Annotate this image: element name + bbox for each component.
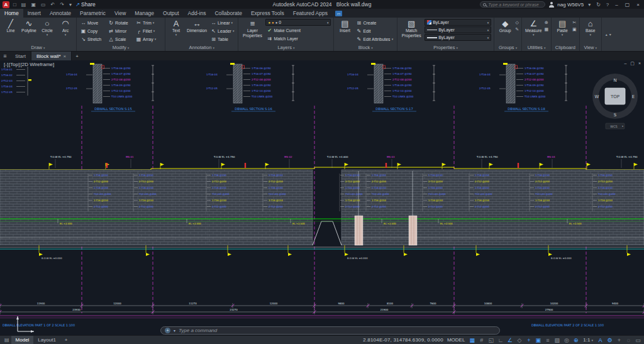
arc-button[interactable]: ◠ Arc ▾ bbox=[57, 19, 74, 44]
clean-screen-icon[interactable]: ▭ bbox=[635, 337, 641, 343]
text-button[interactable]: A Text ▾ bbox=[168, 19, 184, 44]
mirror-button[interactable]: ⇄Mirror bbox=[107, 27, 135, 35]
new-layout-button[interactable]: + bbox=[60, 336, 72, 344]
share-button[interactable]: ↗ Share bbox=[75, 1, 96, 8]
open-icon[interactable]: ▤ bbox=[20, 2, 28, 8]
tab-addins[interactable]: Add-ins bbox=[184, 9, 211, 18]
viewport-menu-control[interactable]: [-] bbox=[4, 62, 8, 67]
object-snap-tracking-icon[interactable]: + bbox=[525, 337, 532, 343]
table-button[interactable]: ⊞Table bbox=[209, 35, 235, 43]
ortho-mode-icon[interactable]: ∟ bbox=[497, 337, 504, 343]
lineweight-display-icon[interactable]: ≡ bbox=[544, 337, 551, 343]
object-color-select[interactable]: ByLayer ▾ bbox=[425, 19, 491, 26]
group-edit-icon[interactable]: ✎ bbox=[515, 27, 519, 32]
ungroup-icon[interactable]: ◇ bbox=[515, 20, 519, 25]
base-button[interactable]: ⌂ Base ▾ bbox=[582, 19, 599, 44]
new-drawing-button[interactable]: + bbox=[72, 52, 82, 60]
isolate-objects-icon[interactable]: ◌ bbox=[625, 337, 632, 343]
tab-output[interactable]: Output bbox=[158, 9, 184, 18]
ribbon-collapse-button[interactable]: ▴▾ bbox=[602, 18, 615, 51]
annotation-scale-button[interactable]: 1:1 ▾ bbox=[583, 337, 593, 343]
signed-in-user[interactable]: nag W56V5 bbox=[557, 2, 584, 8]
line-button[interactable]: ╱ Line bbox=[3, 19, 19, 44]
annotation-monitor-icon[interactable]: + bbox=[616, 337, 623, 343]
qat-dropdown-icon[interactable]: ▾ bbox=[68, 2, 73, 8]
undo-icon[interactable]: ↶ bbox=[50, 2, 57, 8]
document-tab[interactable]: Block wall* × bbox=[31, 52, 72, 60]
app-logo-icon[interactable]: A bbox=[3, 1, 9, 8]
modify-panel-label[interactable]: Modify▾ bbox=[77, 44, 165, 51]
drawing-canvas[interactable]: [-] [Top] [2D Wireframe] – ▢ × 1-T16-011… bbox=[0, 60, 644, 335]
dynamic-input-icon[interactable]: ⊕ bbox=[572, 337, 579, 343]
selection-cycling-icon[interactable]: ◎ bbox=[563, 337, 570, 343]
linetype-select[interactable]: ByLayer ▾ bbox=[425, 26, 491, 33]
doc-close-icon[interactable]: × bbox=[638, 61, 641, 66]
cad-drawing[interactable]: 1-T16-011-T16-022-T12-031-T16-041-T12-05… bbox=[0, 60, 644, 335]
annotation-panel-label[interactable]: Annotation▾ bbox=[165, 44, 238, 51]
polyline-button[interactable]: ∿ Polyline bbox=[21, 19, 37, 44]
linear-button[interactable]: ↔Linear▾ bbox=[209, 19, 235, 26]
new-icon[interactable]: □ bbox=[12, 2, 18, 8]
redo-icon[interactable]: ↷ bbox=[58, 2, 65, 8]
plot-icon[interactable]: ▭ bbox=[40, 2, 47, 8]
command-input[interactable]: Type a command bbox=[179, 328, 217, 333]
transparency-icon[interactable]: ▨ bbox=[553, 337, 560, 343]
search-box[interactable] bbox=[480, 1, 545, 8]
help-icon[interactable]: ? bbox=[605, 2, 610, 8]
infer-constraints-icon[interactable]: ◱ bbox=[487, 337, 494, 343]
snap-mode-icon[interactable]: # bbox=[478, 337, 485, 343]
command-history-icon[interactable]: ▾ bbox=[174, 328, 175, 333]
user-dropdown-icon[interactable]: ▾ bbox=[587, 2, 592, 8]
layout1-tab[interactable]: Layout1 bbox=[33, 336, 60, 344]
model-space-toggle[interactable]: MODEL bbox=[447, 337, 465, 343]
id-point-icon[interactable]: ⊕ bbox=[544, 20, 548, 25]
layer-select[interactable]: ● ● ● 0 ▾ bbox=[265, 19, 331, 26]
make-current-button[interactable]: ✔Make Current bbox=[265, 26, 331, 34]
tab-collaborate[interactable]: Collaborate bbox=[210, 9, 246, 18]
edit-attributes-button[interactable]: ✎Edit Attributes▾ bbox=[355, 35, 394, 43]
tab-home[interactable]: Home bbox=[0, 9, 23, 18]
polar-tracking-icon[interactable]: ∠ bbox=[506, 337, 513, 343]
create-block-button[interactable]: ⊞Create bbox=[355, 19, 394, 26]
doc-restore-icon[interactable]: ▢ bbox=[630, 61, 635, 66]
layout-menu-icon[interactable]: ▤ bbox=[3, 337, 11, 343]
tab-insert[interactable]: Insert bbox=[23, 9, 45, 18]
properties-panel-label[interactable]: Properties▾ bbox=[397, 44, 494, 51]
infocenter-icon[interactable]: ▭ bbox=[335, 11, 342, 16]
match-layer-button[interactable]: ⇉Match Layer bbox=[265, 35, 331, 42]
dimension-button[interactable]: ↔ Dimension bbox=[186, 19, 208, 44]
utilities-panel-label[interactable]: Utilities▾ bbox=[522, 44, 551, 51]
search-input[interactable] bbox=[488, 3, 542, 7]
match-properties-button[interactable]: ▧ Match Properties bbox=[400, 19, 423, 44]
command-customize-icon[interactable]: + bbox=[165, 328, 170, 333]
rotate-button[interactable]: ↻Rotate bbox=[107, 19, 135, 26]
paste-button[interactable]: ▤ Paste ▾ bbox=[554, 19, 570, 44]
insert-button[interactable]: ▤ Insert bbox=[336, 19, 353, 44]
move-button[interactable]: ↔Move bbox=[79, 19, 107, 26]
minimize-button[interactable]: – bbox=[613, 2, 619, 8]
tab-annotate[interactable]: Annotate bbox=[45, 9, 75, 18]
view-panel-label[interactable]: View▾ bbox=[580, 44, 601, 51]
object-snap-icon[interactable]: ▣ bbox=[535, 337, 541, 343]
cut-icon[interactable]: ✂ bbox=[572, 20, 577, 25]
doc-minimize-icon[interactable]: – bbox=[624, 61, 626, 66]
scale-button[interactable]: △Scale bbox=[107, 35, 135, 43]
groups-panel-label[interactable]: Groups▾ bbox=[494, 44, 521, 51]
measure-button[interactable]: ∠ Measure ▾ bbox=[525, 19, 542, 44]
workspace-switching-icon[interactable]: ⚙ bbox=[606, 337, 613, 343]
copy-button[interactable]: ▣Copy bbox=[79, 27, 107, 35]
tab-view[interactable]: View bbox=[110, 9, 130, 18]
isometric-drafting-icon[interactable]: ◇ bbox=[516, 337, 523, 343]
grid-display-icon[interactable]: ▦ bbox=[469, 337, 475, 343]
stretch-button[interactable]: ↘Stretch bbox=[79, 35, 107, 43]
refresh-icon[interactable]: ↻ bbox=[595, 2, 602, 8]
close-button[interactable]: × bbox=[635, 2, 641, 8]
file-tab-menu-icon[interactable]: ≡ bbox=[0, 52, 10, 60]
annotation-visibility-icon[interactable]: A bbox=[597, 337, 604, 343]
group-button[interactable]: ◆ Group bbox=[497, 19, 513, 44]
fillet-button[interactable]: ╭Fillet▾ bbox=[135, 27, 162, 35]
tab-parametric[interactable]: Parametric bbox=[75, 9, 110, 18]
trim-button[interactable]: ✂Trim▾ bbox=[135, 19, 162, 26]
avatar[interactable] bbox=[548, 2, 554, 8]
clipboard-panel-label[interactable]: Clipboard bbox=[552, 44, 579, 51]
